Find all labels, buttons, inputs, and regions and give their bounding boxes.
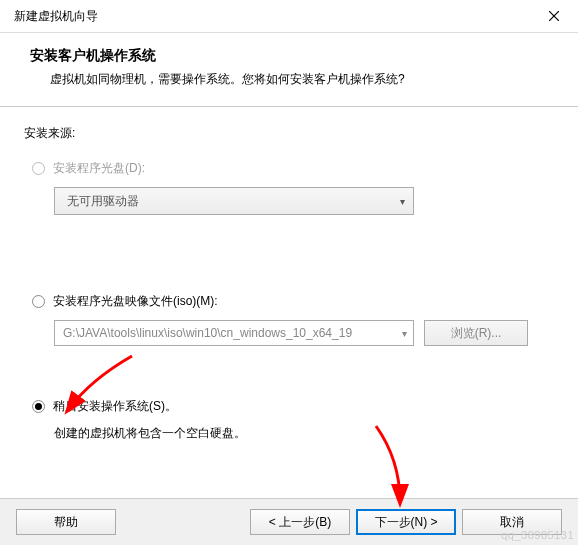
- titlebar: 新建虚拟机向导: [0, 0, 578, 33]
- page-subtitle: 虚拟机如同物理机，需要操作系统。您将如何安装客户机操作系统?: [50, 71, 558, 88]
- wizard-footer: 帮助 < 上一步(B) 下一步(N) > 取消: [0, 498, 578, 545]
- wizard-header: 安装客户机操作系统 虚拟机如同物理机，需要操作系统。您将如何安装客户机操作系统?: [0, 33, 578, 107]
- window-title: 新建虚拟机向导: [14, 8, 98, 25]
- page-title: 安装客户机操作系统: [30, 47, 558, 65]
- radio-option-iso[interactable]: 安装程序光盘映像文件(iso)(M):: [32, 293, 554, 310]
- radio-later-label: 稍后安装操作系统(S)。: [53, 398, 177, 415]
- back-button[interactable]: < 上一步(B): [250, 509, 350, 535]
- radio-disc-icon: [32, 162, 45, 175]
- chevron-down-icon: ▾: [400, 196, 405, 207]
- chevron-down-icon: ▾: [402, 328, 407, 339]
- iso-path-value: G:\JAVA\tools\linux\iso\win10\cn_windows…: [63, 326, 352, 340]
- disc-drive-dropdown[interactable]: 无可用驱动器 ▾: [54, 187, 414, 215]
- next-button[interactable]: 下一步(N) >: [356, 509, 456, 535]
- watermark: qq_38905131: [501, 529, 574, 541]
- browse-button[interactable]: 浏览(R)...: [424, 320, 528, 346]
- source-label: 安装来源:: [24, 125, 554, 142]
- close-button[interactable]: [538, 6, 570, 26]
- radio-option-later[interactable]: 稍后安装操作系统(S)。: [32, 398, 554, 415]
- source-radio-group: 安装程序光盘(D): 无可用驱动器 ▾ 安装程序光盘映像文件(iso)(M): …: [32, 160, 554, 442]
- radio-later-icon: [32, 400, 45, 413]
- radio-iso-icon: [32, 295, 45, 308]
- disc-drive-value: 无可用驱动器: [67, 193, 139, 210]
- wizard-content: 安装来源: 安装程序光盘(D): 无可用驱动器 ▾ 安装程序光盘映像文件(iso…: [0, 107, 578, 442]
- radio-disc-label: 安装程序光盘(D):: [53, 160, 145, 177]
- help-button[interactable]: 帮助: [16, 509, 116, 535]
- later-note: 创建的虚拟机将包含一个空白硬盘。: [54, 425, 554, 442]
- radio-option-disc[interactable]: 安装程序光盘(D):: [32, 160, 554, 177]
- radio-iso-label: 安装程序光盘映像文件(iso)(M):: [53, 293, 218, 310]
- close-icon: [549, 11, 559, 21]
- iso-path-input[interactable]: G:\JAVA\tools\linux\iso\win10\cn_windows…: [54, 320, 414, 346]
